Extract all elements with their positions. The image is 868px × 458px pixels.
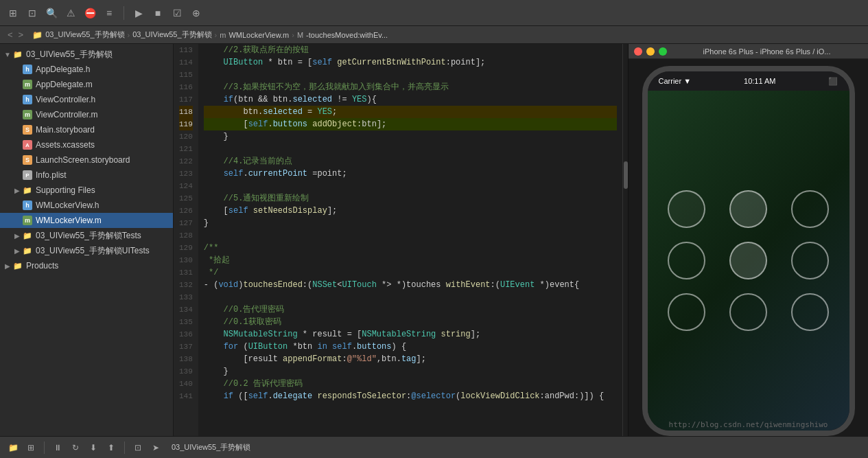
breadcrumb-item-1[interactable]: 03_UIView55_手势解锁	[132, 30, 211, 40]
lock-circle-2-1[interactable]	[668, 242, 705, 279]
ln-136: 136	[179, 328, 193, 341]
m-icon-vc: m	[22, 110, 33, 119]
h-icon-appdelegate: h	[22, 65, 33, 74]
scheme-selector[interactable]: ☑	[169, 5, 185, 21]
new-window-icon[interactable]: ⊞	[5, 5, 21, 21]
bottom-filter-icon[interactable]: ⊞	[23, 440, 38, 455]
sidebar-label-assets: Assets.xcassets	[36, 140, 95, 150]
lock-circle-1-3[interactable]	[791, 190, 829, 228]
ln-134: 134	[179, 304, 193, 316]
ln-138: 138	[179, 353, 193, 365]
sidebar-label-tests: 03_UIView55_手势解锁Tests	[36, 230, 141, 242]
line-numbers: 113 114 115 116 117 118 119 120 121 122 …	[174, 44, 198, 436]
code-line-139: }	[204, 365, 617, 378]
storyboard-icon-main: S	[22, 125, 33, 135]
sidebar-item-products[interactable]: ▶ 📁 Products	[0, 258, 173, 273]
lock-circle-3-1[interactable]	[668, 293, 705, 331]
sidebar-item-wmlocker-h[interactable]: h WMLockerView.h	[0, 198, 173, 213]
error-icon[interactable]: ⛔	[82, 5, 97, 21]
sidebar-item-appdelegate-h[interactable]: h AppDelegate.h	[0, 62, 173, 77]
lock-circle-3-3[interactable]	[791, 293, 829, 331]
bottom-pause-icon[interactable]: ⏸	[50, 440, 65, 455]
ln-124: 124	[179, 180, 193, 192]
stop-icon[interactable]: ■	[150, 5, 165, 21]
sidebar-label-launchscreen: LaunchScreen.storyboard	[36, 155, 130, 165]
sidebar-item-uitests[interactable]: ▶ 📁 03_UIView55_手势解锁UITests	[0, 243, 173, 258]
sim-minimize-btn[interactable]	[646, 47, 655, 56]
sim-maximize-btn[interactable]	[659, 47, 667, 56]
code-line-115	[204, 69, 617, 81]
code-line-127: }	[204, 217, 617, 229]
battery-label: ⬛	[828, 77, 838, 86]
breadcrumb-sep-0: ›	[128, 31, 130, 39]
ln-126: 126	[179, 205, 193, 217]
ln-119: 119	[179, 118, 193, 130]
sidebar-label-uitests: 03_UIView55_手势解锁UITests	[36, 245, 150, 257]
search-icon[interactable]: 🔍	[44, 5, 59, 21]
toggle-products[interactable]: ▶	[3, 261, 12, 271]
breadcrumb-back[interactable]: <	[5, 30, 15, 40]
toolbar-sep-1	[124, 6, 124, 20]
lock-circle-1-2[interactable]	[729, 190, 767, 228]
bottom-nav-icon[interactable]: ➤	[148, 440, 163, 455]
lock-circle-2-3[interactable]	[791, 242, 829, 279]
code-line-138: [result appendFormat:@"%ld",btn.tag];	[204, 353, 617, 365]
sim-close-btn[interactable]	[634, 47, 642, 56]
scheme-icon[interactable]: ⊡	[25, 5, 40, 21]
lock-circle-2-2[interactable]	[729, 242, 767, 279]
sidebar-item-launchscreen[interactable]: S LaunchScreen.storyboard	[0, 152, 173, 168]
bottom-up-icon[interactable]: ⬆	[104, 440, 119, 455]
ln-113: 113	[179, 44, 193, 56]
bottom-step-icon[interactable]: ↻	[68, 440, 83, 455]
breadcrumb-sep-1: ›	[215, 31, 218, 39]
sidebar-item-wmlocker-m[interactable]: m WMLockerView.m	[0, 213, 173, 228]
bottom-split-icon[interactable]: ⊡	[130, 440, 145, 455]
code-line-120: }	[204, 130, 617, 143]
breadcrumb-item-0[interactable]: 03_UIView55_手势解锁	[45, 30, 124, 40]
sidebar-item-main-storyboard[interactable]: S Main.storyboard	[0, 122, 173, 137]
warning-icon[interactable]: ⚠	[63, 5, 78, 21]
bottom-folder-icon[interactable]: 📁	[5, 440, 21, 455]
sidebar-item-root[interactable]: ▼ 📁 03_UIView55_手势解锁	[0, 47, 173, 62]
sidebar-item-info-plist[interactable]: P Info.plist	[0, 168, 173, 183]
ln-141: 141	[179, 390, 193, 402]
breadcrumb-forward[interactable]: >	[16, 30, 26, 40]
code-lines[interactable]: //2.获取点所在的按钮 UIButton * btn = [self getC…	[198, 44, 622, 436]
ln-120: 120	[179, 130, 193, 143]
breadcrumb-item-3[interactable]: -touchesMoved:withEv...	[306, 31, 388, 39]
list-icon[interactable]: ≡	[102, 5, 117, 21]
code-line-137: for (UIButton *btn in self.buttons) {	[204, 341, 617, 353]
sidebar-item-viewcontroller-h[interactable]: h ViewController.h	[0, 92, 173, 107]
h-icon-wmlocker: h	[22, 201, 33, 210]
toggle-tests[interactable]: ▶	[12, 231, 22, 240]
toggle-uitests[interactable]: ▶	[12, 246, 22, 255]
sidebar-item-supporting-files[interactable]: ▶ 📁 Supporting Files	[0, 183, 173, 198]
sidebar-label-products: Products	[26, 261, 58, 271]
build-icon[interactable]: ⊕	[189, 5, 204, 21]
breadcrumb-nav[interactable]: < >	[5, 30, 25, 40]
phone-screen[interactable]	[648, 91, 849, 431]
sidebar-item-tests[interactable]: ▶ 📁 03_UIView55_手势解锁Tests	[0, 228, 173, 243]
lock-circles-row-1	[668, 190, 829, 228]
code-line-124	[204, 180, 617, 192]
sidebar-item-viewcontroller-m[interactable]: m ViewController.m	[0, 107, 173, 122]
sidebar-item-assets[interactable]: A Assets.xcassets	[0, 137, 173, 152]
toggle-root[interactable]: ▼	[3, 49, 12, 59]
editor-scrollbar[interactable]	[622, 44, 628, 436]
code-container: 113 114 115 116 117 118 119 120 121 122 …	[174, 44, 628, 436]
ln-128: 128	[179, 229, 193, 242]
breadcrumb-item-2[interactable]: WMLockerView.m	[228, 31, 289, 39]
folder-icon-tests: 📁	[22, 231, 33, 240]
ln-115: 115	[179, 69, 193, 81]
code-line-113: //2.获取点所在的按钮	[204, 44, 617, 56]
breadcrumb-file-icon: 📁	[32, 30, 43, 40]
run-icon[interactable]: ▶	[131, 5, 146, 21]
lock-circle-3-2[interactable]	[729, 293, 767, 331]
lock-circle-1-1[interactable]	[668, 190, 705, 228]
toggle-supporting[interactable]: ▶	[12, 185, 22, 195]
main-toolbar: ⊞ ⊡ 🔍 ⚠ ⛔ ≡ ▶ ■ ☑ ⊕	[0, 0, 868, 26]
bottom-down-icon[interactable]: ⬇	[86, 440, 101, 455]
lock-circles-row-2	[668, 242, 829, 279]
sidebar-item-appdelegate-m[interactable]: m AppDelegate.m	[0, 77, 173, 92]
sidebar-label-wmlocker-m: WMLockerView.m	[36, 216, 102, 225]
